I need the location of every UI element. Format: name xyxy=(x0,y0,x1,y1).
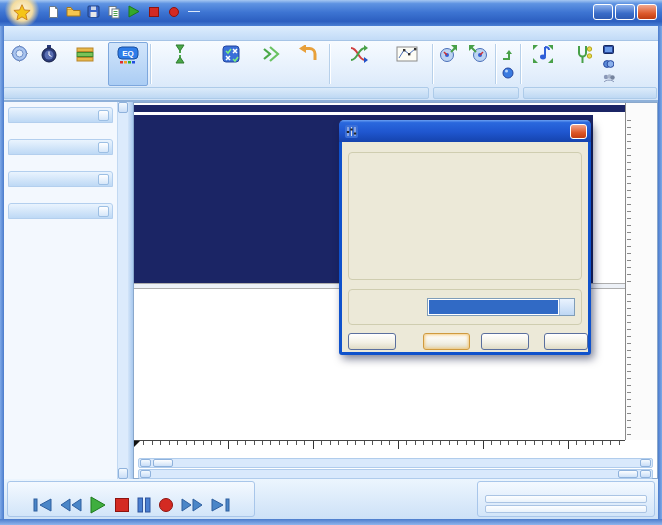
cancel-button[interactable] xyxy=(481,333,529,350)
skip-to-start-button[interactable] xyxy=(33,497,53,513)
help-button[interactable] xyxy=(544,333,588,350)
speed-change-button[interactable] xyxy=(523,42,563,86)
stop-button[interactable] xyxy=(114,497,130,513)
star-logo-icon xyxy=(10,2,34,24)
sidebar-section-effects xyxy=(8,139,113,164)
scroll-right-icon[interactable] xyxy=(640,470,651,478)
high-pass-filter-button[interactable] xyxy=(207,42,254,86)
compressor-button[interactable] xyxy=(153,42,207,86)
record-icon[interactable] xyxy=(166,4,181,19)
copy-icon[interactable] xyxy=(106,4,121,19)
section-header-edit[interactable] xyxy=(8,107,113,123)
scrollbar-thumb[interactable] xyxy=(153,459,173,467)
sidebar-section-tools xyxy=(8,171,113,196)
play-icon[interactable] xyxy=(126,4,141,19)
chorus-button[interactable] xyxy=(603,72,659,85)
section-header-effects[interactable] xyxy=(8,139,113,155)
scroll-down-icon[interactable] xyxy=(118,468,128,479)
scroll-left-icon[interactable] xyxy=(140,459,151,467)
amplify-button[interactable] xyxy=(3,42,35,86)
ribbon-separator xyxy=(520,44,521,84)
horizontal-scrollbar-view[interactable] xyxy=(138,469,653,479)
presets-selected-value[interactable] xyxy=(429,300,558,314)
equalizer-button[interactable]: EQ xyxy=(108,42,148,86)
collapse-icon[interactable] xyxy=(98,206,109,217)
reverse-icon xyxy=(298,43,318,64)
section-header-tools[interactable] xyxy=(8,171,113,187)
scroll-left-icon[interactable] xyxy=(140,470,151,478)
eq-sliders xyxy=(381,166,577,262)
dialog-titlebar[interactable] xyxy=(339,120,591,142)
status-bar xyxy=(4,479,658,519)
fade-preset-arrow-icon[interactable] xyxy=(501,49,516,63)
rewind-button[interactable] xyxy=(60,497,82,513)
reverse-button[interactable] xyxy=(288,42,327,86)
normalize-button[interactable] xyxy=(62,42,108,86)
collapse-icon[interactable] xyxy=(98,110,109,121)
db-scale-left-channel xyxy=(626,115,658,283)
scroll-right-icon[interactable] xyxy=(640,459,651,467)
window-frame-right xyxy=(658,26,662,519)
ok-button[interactable] xyxy=(423,333,470,350)
preview-button[interactable] xyxy=(348,333,396,350)
window-controls xyxy=(593,4,657,20)
phaser-button[interactable] xyxy=(603,44,659,57)
close-button[interactable] xyxy=(637,4,657,20)
fade-out-icon xyxy=(468,43,488,64)
sidebar-scrollbar[interactable] xyxy=(117,102,128,479)
fast-forward-button[interactable] xyxy=(181,497,203,513)
chevron-down-icon[interactable] xyxy=(559,299,574,315)
mix-stereo-channels-button[interactable] xyxy=(332,42,384,86)
echo-button[interactable] xyxy=(35,42,62,86)
scroll-up-icon[interactable] xyxy=(118,102,128,113)
presets-dropdown[interactable] xyxy=(427,298,575,316)
dialog-buttons xyxy=(348,333,582,350)
waveform-unselected-region[interactable] xyxy=(593,115,625,283)
fade-sphere-icon[interactable] xyxy=(501,66,516,80)
flanger-icon xyxy=(603,59,614,69)
time-ruler-ticks xyxy=(140,441,622,449)
save-icon[interactable] xyxy=(86,4,101,19)
collapse-icon[interactable] xyxy=(98,174,109,185)
time-ruler[interactable] xyxy=(134,440,625,457)
special-small-buttons xyxy=(603,42,659,86)
waveform-header-strip xyxy=(134,105,625,112)
pitch-change-button[interactable] xyxy=(563,42,603,86)
maximize-button[interactable] xyxy=(615,4,635,20)
sidebar-section-bookmark xyxy=(8,203,113,228)
open-file-icon[interactable] xyxy=(66,4,81,19)
quick-access-toolbar xyxy=(46,4,200,19)
app-logo-button[interactable] xyxy=(5,0,39,26)
level-meter-right xyxy=(485,505,647,513)
collapse-icon[interactable] xyxy=(98,142,109,153)
equalizer-groupbox xyxy=(348,152,582,280)
normalize-icon xyxy=(75,43,95,64)
pitch-change-icon xyxy=(573,43,593,64)
envelope-button[interactable] xyxy=(384,42,430,86)
flanger-button[interactable] xyxy=(603,58,659,71)
fade-extra-tools xyxy=(498,42,518,86)
fade-out-button[interactable] xyxy=(463,42,493,86)
ribbon-separator xyxy=(150,44,151,84)
app-window: EQ xyxy=(0,0,662,525)
stop-icon[interactable] xyxy=(146,4,161,19)
phaser-icon xyxy=(603,45,614,55)
minimize-button[interactable] xyxy=(593,4,613,20)
pause-button[interactable] xyxy=(137,497,151,513)
play-button[interactable] xyxy=(89,496,107,514)
scrollbar-thumb[interactable] xyxy=(618,470,638,478)
ribbon-separator xyxy=(432,44,433,84)
envelope-icon xyxy=(396,43,418,64)
equalizer-dialog xyxy=(339,120,591,355)
new-file-icon[interactable] xyxy=(46,4,61,19)
section-header-bookmark[interactable] xyxy=(8,203,113,219)
skip-to-end-button[interactable] xyxy=(210,497,230,513)
qat-customize-icon[interactable] xyxy=(188,11,200,12)
menubar xyxy=(0,26,662,41)
horizontal-scrollbar-wave[interactable] xyxy=(138,458,653,468)
reverb-button[interactable] xyxy=(254,42,288,86)
fade-in-button[interactable] xyxy=(435,42,463,86)
dialog-close-button[interactable] xyxy=(570,124,587,139)
record-button[interactable] xyxy=(158,497,174,513)
selection-info-panel xyxy=(260,481,472,517)
